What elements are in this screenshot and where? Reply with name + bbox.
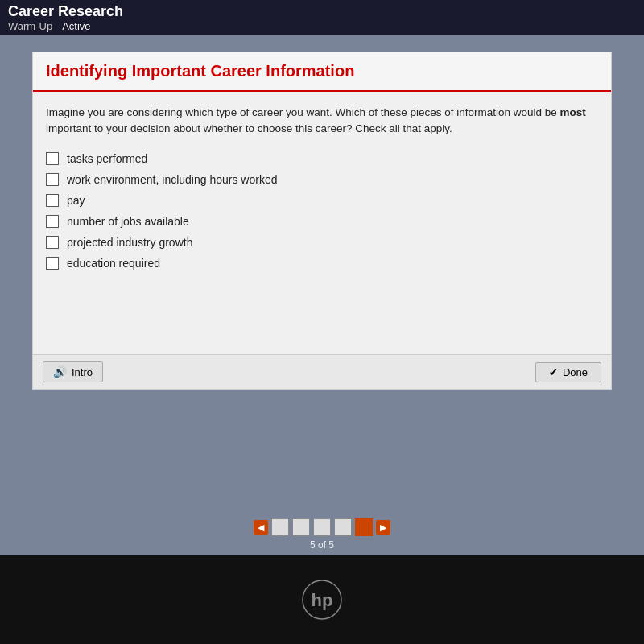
intro-button-label: Intro	[72, 366, 93, 378]
checkbox-6[interactable]	[46, 257, 59, 270]
checkbox-5[interactable]	[46, 236, 59, 249]
card-header: Identifying Important Career Information	[33, 52, 611, 92]
instruction-bold: most	[560, 106, 586, 118]
checkbox-2[interactable]	[46, 173, 59, 186]
done-button-label: Done	[563, 366, 588, 378]
check-icon: ✔	[549, 366, 558, 378]
list-item: education required	[46, 257, 598, 270]
intro-button[interactable]: 🔊 Intro	[43, 361, 103, 382]
card-footer: 🔊 Intro ✔ Done	[33, 354, 611, 389]
pagination-dots: ◀ ▶	[254, 518, 390, 536]
list-item: work environment, including hours worked	[46, 173, 598, 186]
page-5[interactable]	[355, 518, 373, 536]
active-label: Active	[62, 20, 90, 32]
pagination-area: ◀ ▶ 5 of 5	[0, 510, 644, 555]
page-2[interactable]	[292, 518, 310, 536]
list-item: tasks performed	[46, 152, 598, 165]
card-title: Identifying Important Career Information	[46, 62, 598, 80]
svg-text:hp: hp	[312, 590, 333, 610]
next-page-button[interactable]: ▶	[376, 520, 390, 535]
top-bar-sub: Warm-Up Active	[8, 20, 636, 32]
checkbox-4[interactable]	[46, 215, 59, 228]
app-title: Career Research	[8, 3, 636, 20]
page-3[interactable]	[313, 518, 331, 536]
done-button[interactable]: ✔ Done	[535, 362, 601, 382]
content-card: Identifying Important Career Information…	[32, 52, 612, 390]
checkbox-label-5: projected industry growth	[67, 236, 192, 249]
card-body: Imagine you are considering which type o…	[33, 92, 611, 354]
checkbox-label-2: work environment, including hours worked	[67, 173, 277, 186]
checkbox-label-4: number of jobs available	[67, 215, 189, 228]
list-item: number of jobs available	[46, 215, 598, 228]
prev-page-button[interactable]: ◀	[254, 520, 268, 535]
checkbox-list: tasks performedwork environment, includi…	[46, 152, 598, 270]
instruction-paragraph: Imagine you are considering which type o…	[46, 105, 598, 138]
checkbox-label-6: education required	[67, 257, 160, 270]
main-wrapper: Identifying Important Career Information…	[0, 35, 644, 510]
bottom-bar: hp	[0, 555, 644, 644]
top-bar: Career Research Warm-Up Active	[0, 0, 644, 35]
page-4[interactable]	[334, 518, 352, 536]
speaker-icon: 🔊	[53, 365, 67, 378]
warmup-label: Warm-Up	[8, 20, 52, 32]
checkbox-label-1: tasks performed	[67, 152, 147, 165]
hp-logo-icon: hp	[302, 580, 342, 620]
checkbox-1[interactable]	[46, 152, 59, 165]
checkbox-label-3: pay	[67, 194, 85, 207]
page-count: 5 of 5	[310, 539, 334, 551]
instruction-text-before: Imagine you are considering which type o…	[46, 106, 560, 118]
list-item: projected industry growth	[46, 236, 598, 249]
instruction-text-after: important to your decision about whether…	[46, 122, 452, 134]
checkbox-3[interactable]	[46, 194, 59, 207]
list-item: pay	[46, 194, 598, 207]
page-1[interactable]	[271, 518, 289, 536]
